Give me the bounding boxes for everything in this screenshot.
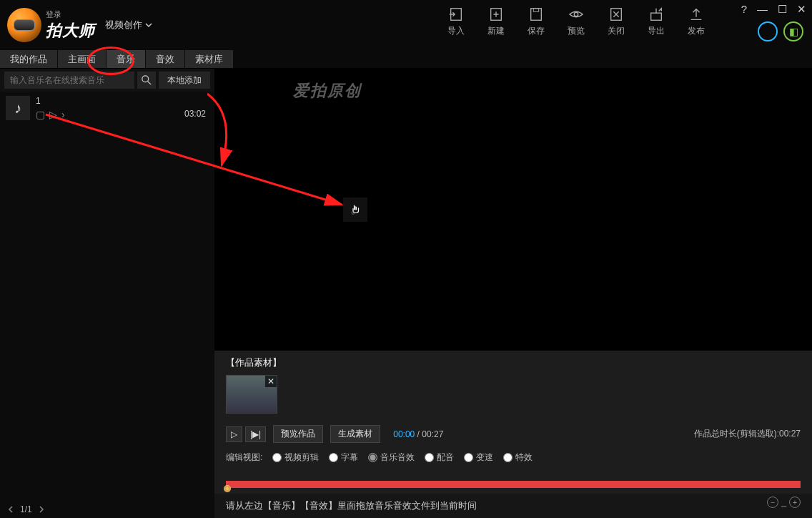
music-list: ♪ 1 ▢ ▷ › 03:02 (0, 92, 214, 501)
close-doc-icon (608, 6, 625, 23)
music-item[interactable]: ♪ 1 ▢ ▷ › 03:02 (0, 92, 214, 124)
hint-text: 请从左边【音乐】【音效】里面拖放音乐音效文件到当前时间 (214, 494, 812, 518)
tab-sfx[interactable]: 音效 (146, 50, 184, 68)
generate-asset-button[interactable]: 生成素材 (330, 425, 380, 443)
zoom-slider-icon[interactable]: ⎯ (781, 497, 786, 507)
music-title: 1 (36, 96, 179, 106)
svg-rect-6 (651, 13, 662, 20)
search-button[interactable] (137, 72, 156, 89)
login-link[interactable]: 登录 (46, 9, 95, 20)
preview-work-button[interactable]: 预览作品 (273, 425, 323, 443)
app-logo: 登录 拍大师 (7, 8, 95, 42)
import-label: 导入 (447, 25, 465, 37)
export-button[interactable]: 导出 (648, 6, 665, 37)
tab-music[interactable]: 音乐 (107, 50, 145, 68)
preview-area: 爱拍原创 (214, 69, 812, 351)
logo-icon (7, 8, 41, 42)
save-label: 保存 (528, 25, 545, 37)
new-icon (487, 6, 505, 23)
import-icon (447, 6, 465, 23)
import-button[interactable]: 导入 (447, 6, 465, 37)
tab-main-screen[interactable]: 主画面 (58, 50, 106, 68)
time-display: 00:00 / 00:27 (393, 429, 443, 439)
radio-fx[interactable]: 特效 (503, 451, 533, 464)
eye-icon (568, 6, 585, 23)
close-label: 关闭 (608, 25, 625, 37)
asset-remove-icon[interactable]: ✕ (265, 376, 277, 387)
help-icon[interactable]: ? (741, 3, 747, 16)
preview-label: 预览 (568, 25, 585, 37)
radio-speed[interactable]: 变速 (464, 451, 493, 464)
timeline-playhead[interactable] (224, 485, 231, 492)
minimize-icon[interactable]: — (757, 3, 768, 16)
mode-dropdown[interactable]: 视频创作 (105, 19, 152, 31)
tab-my-works[interactable]: 我的作品 (0, 50, 57, 68)
play-button[interactable]: ▷ (226, 426, 242, 442)
music-action-more-icon[interactable]: › (61, 109, 65, 120)
close-icon[interactable]: ✕ (797, 3, 806, 16)
pager-text: 1/1 (20, 504, 32, 514)
step-button[interactable]: |▶| (245, 426, 266, 442)
save-button[interactable]: 保存 (528, 6, 545, 37)
apple-icon[interactable] (758, 21, 778, 41)
pager: 1/1 (0, 501, 214, 518)
music-note-icon: ♪ (6, 96, 30, 120)
hand-cursor-icon (343, 197, 367, 222)
android-icon[interactable]: ◧ (783, 21, 803, 41)
publish-label: 发布 (688, 25, 705, 37)
mode-label: 视频创作 (105, 19, 142, 31)
preview-button[interactable]: 预览 (568, 6, 585, 37)
total-duration-label: 作品总时长(剪辑选取):00:27 (694, 428, 801, 440)
publish-icon (688, 6, 705, 23)
tab-library[interactable]: 素材库 (185, 50, 233, 68)
new-button[interactable]: 新建 (487, 6, 505, 37)
music-action-delete-icon[interactable]: ▢ (36, 109, 45, 120)
app-name: 拍大师 (46, 20, 95, 41)
zoom-in-button[interactable]: + (789, 497, 801, 508)
radio-dub[interactable]: 配音 (425, 451, 454, 464)
edit-view-row: 编辑视图: 视频剪辑 字幕 音乐音效 配音 变速 特效 (214, 447, 812, 468)
export-label: 导出 (648, 25, 665, 37)
svg-point-4 (574, 12, 578, 16)
time-total: 00:27 (422, 429, 443, 439)
svg-point-7 (142, 76, 149, 82)
search-input[interactable] (4, 72, 134, 89)
music-duration: 03:02 (184, 109, 209, 120)
save-icon (528, 6, 545, 23)
maximize-icon[interactable]: ☐ (778, 3, 787, 16)
assets-title: 【作品素材】 (226, 356, 801, 369)
watermark: 爱拍原创 (293, 80, 362, 102)
svg-rect-2 (531, 9, 542, 21)
publish-button[interactable]: 发布 (688, 6, 705, 37)
pager-prev-icon[interactable] (7, 506, 14, 513)
zoom-out-button[interactable]: − (767, 497, 778, 508)
chevron-down-icon (145, 21, 152, 29)
time-current: 00:00 (393, 429, 415, 439)
asset-thumbnail[interactable]: ✕ (226, 375, 277, 414)
radio-video-cut[interactable]: 视频剪辑 (272, 451, 319, 464)
close-button[interactable]: 关闭 (608, 6, 625, 37)
radio-music-sfx[interactable]: 音乐音效 (368, 451, 415, 464)
edit-view-label: 编辑视图: (226, 451, 262, 464)
new-label: 新建 (487, 25, 505, 37)
pager-next-icon[interactable] (38, 506, 45, 513)
radio-subtitle[interactable]: 字幕 (329, 451, 358, 464)
music-action-play-icon[interactable]: ▷ (49, 109, 57, 120)
timeline-track[interactable] (226, 481, 801, 488)
export-icon (648, 6, 665, 23)
search-icon (142, 75, 152, 85)
local-add-button[interactable]: 本地添加 (159, 72, 210, 89)
sub-tabs: 我的作品 主画面 音乐 音效 素材库 (0, 50, 812, 69)
